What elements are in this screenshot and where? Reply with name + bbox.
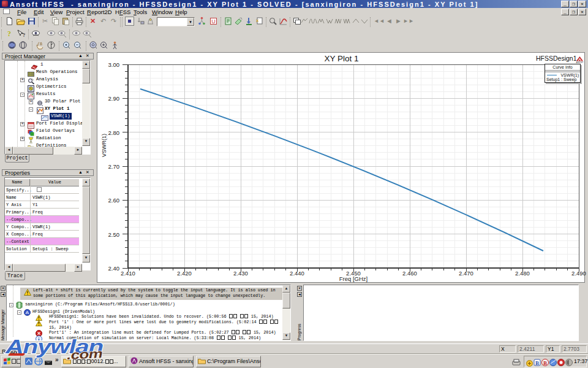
svg-text:B: B (543, 360, 547, 366)
svg-text:U: U (211, 18, 216, 25)
svg-text:B: B (535, 360, 539, 366)
svg-text:?: ? (23, 32, 25, 38)
svg-text:?: ? (7, 29, 11, 38)
